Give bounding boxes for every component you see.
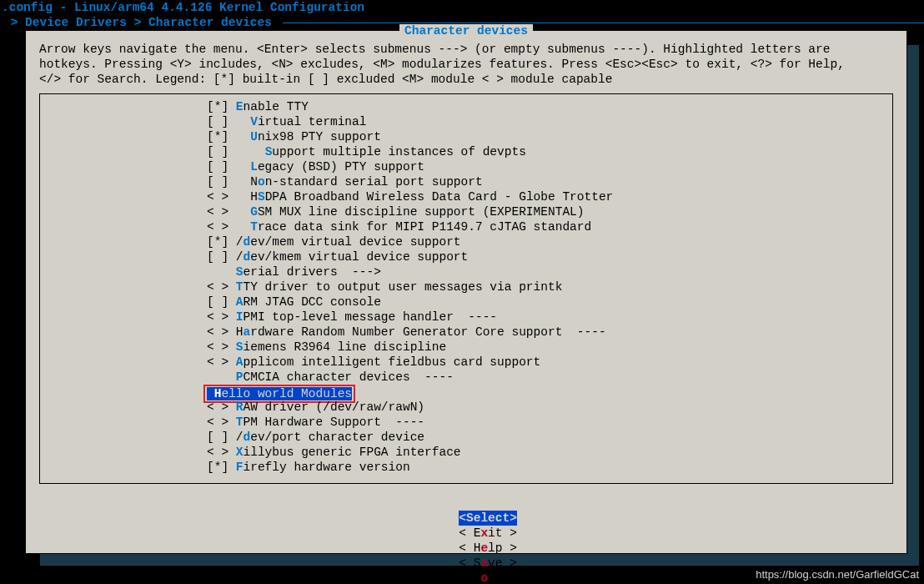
- menu-item[interactable]: [ ] /dev/kmem virtual device support: [40, 249, 892, 264]
- menu-item[interactable]: < > Xillybus generic FPGA interface: [40, 445, 892, 460]
- window-title: .config - Linux/arm64 4.4.126 Kernel Con…: [0, 0, 924, 15]
- help-line: Arrow keys navigate the menu. <Enter> se…: [39, 42, 893, 57]
- menu-item[interactable]: < > HSDPA Broadband Wireless Data Card -…: [40, 189, 892, 204]
- menu-item[interactable]: < > Trace data sink for MIPI P1149.7 cJT…: [40, 219, 892, 234]
- menu-item[interactable]: Serial drivers --->: [40, 264, 892, 279]
- panel-shadow-right: [907, 45, 919, 562]
- menu-item[interactable]: < > GSM MUX line discipline support (EXP…: [40, 204, 892, 219]
- watermark: https://blog.csdn.net/GarfieldGCat: [756, 567, 919, 582]
- menu-item[interactable]: < > TTY driver to output user messages v…: [40, 279, 892, 295]
- menu-item[interactable]: [ ] ARM JTAG DCC console: [40, 295, 892, 310]
- menu-item[interactable]: < > Siemens R3964 line discipline: [40, 340, 892, 355]
- exit-button[interactable]: < Exit >: [459, 526, 517, 541]
- load-button[interactable]: < Load >: [459, 571, 517, 584]
- menu-item[interactable]: [*] Firefly hardware version: [40, 460, 892, 475]
- help-line: </> for Search. Legend: [*] built-in [ ]…: [39, 72, 893, 87]
- menu-item[interactable]: [ ] /dev/port character device: [40, 430, 892, 445]
- help-line: hotkeys. Pressing <Y> includes, <N> excl…: [39, 57, 893, 72]
- menu-item[interactable]: < > IPMI top-level message handler ----: [40, 310, 892, 325]
- menu-item[interactable]: < > Hardware Random Number Generator Cor…: [40, 325, 892, 340]
- menu-item[interactable]: Hello world Modules: [40, 385, 892, 400]
- panel-title: Character devices: [26, 23, 906, 38]
- menu-item[interactable]: [*] Unix98 PTY support: [40, 129, 892, 144]
- menu-item[interactable]: [*] Enable TTY: [40, 99, 892, 114]
- menu-item[interactable]: [*] /dev/mem virtual device support: [40, 234, 892, 249]
- terminal: .config - Linux/arm64 4.4.126 Kernel Con…: [0, 0, 924, 584]
- menu-item[interactable]: < > RAW driver (/dev/raw/rawN): [40, 400, 892, 415]
- menu-item[interactable]: [ ] Virtual terminal: [40, 114, 892, 129]
- menu-item[interactable]: PCMCIA character devices ----: [40, 370, 892, 385]
- menu-item[interactable]: < > Applicom intelligent fieldbus card s…: [40, 355, 892, 370]
- select-button[interactable]: <Select>: [459, 511, 517, 526]
- menu-item[interactable]: [ ] Non-standard serial port support: [40, 174, 892, 189]
- menu-item[interactable]: [ ] Legacy (BSD) PTY support: [40, 159, 892, 174]
- main-panel: Character devices Arrow keys navigate th…: [25, 30, 907, 554]
- menu-list[interactable]: [*] Enable TTY[ ] Virtual terminal[*] Un…: [39, 93, 893, 484]
- menu-item[interactable]: [ ] Support multiple instances of devpts: [40, 144, 892, 159]
- menu-item[interactable]: < > TPM Hardware Support ----: [40, 415, 892, 430]
- help-button[interactable]: < Help >: [459, 541, 517, 556]
- help-text: Arrow keys navigate the menu. <Enter> se…: [26, 38, 906, 93]
- save-button[interactable]: < Save >: [459, 556, 517, 571]
